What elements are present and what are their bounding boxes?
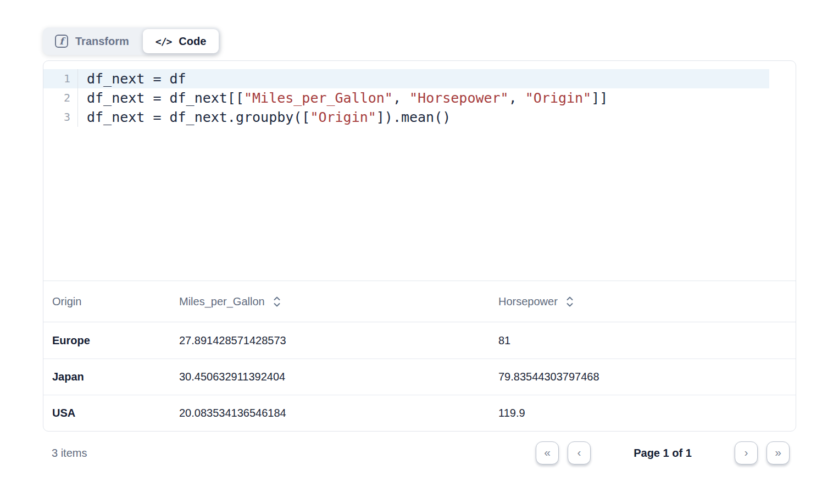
tab-transform-label: Transform bbox=[75, 35, 129, 48]
double-chevron-left-icon: « bbox=[544, 446, 551, 459]
line-number: 1 bbox=[43, 69, 78, 88]
table-row: USA 20.083534136546184 119.9 bbox=[43, 395, 796, 431]
cell-miles-per-gallon: 27.891428571428573 bbox=[170, 334, 490, 347]
code-line-content: df_next = df_next[["Miles_per_Gallon", "… bbox=[78, 88, 608, 108]
cell-horsepower: 79.83544303797468 bbox=[490, 371, 796, 383]
last-page-button[interactable]: » bbox=[767, 441, 790, 464]
code-results-panel: 1 df_next = df 2 df_next = df_next[["Mil… bbox=[43, 60, 796, 432]
result-table: Origin Miles_per_Gallon Horsepower Europ… bbox=[43, 281, 796, 431]
table-footer: 3 items « ‹ Page 1 of 1 › » bbox=[43, 441, 796, 465]
cell-origin: Europe bbox=[43, 334, 170, 347]
tab-code-label: Code bbox=[179, 35, 206, 48]
column-header-origin: Origin bbox=[43, 295, 170, 308]
cell-horsepower: 81 bbox=[490, 334, 796, 347]
function-icon: f bbox=[55, 35, 68, 48]
code-slash-icon: </> bbox=[156, 36, 172, 47]
view-toggle: f Transform </> Code bbox=[43, 27, 220, 55]
table-row: Europe 27.891428571428573 81 bbox=[43, 322, 796, 359]
tab-code[interactable]: </> Code bbox=[143, 29, 219, 53]
code-line[interactable]: 1 df_next = df bbox=[43, 69, 769, 88]
code-editor[interactable]: 1 df_next = df 2 df_next = df_next[["Mil… bbox=[43, 61, 796, 281]
table-header-row: Origin Miles_per_Gallon Horsepower bbox=[43, 281, 796, 322]
previous-page-button[interactable]: ‹ bbox=[568, 441, 591, 464]
cell-origin: Japan bbox=[43, 371, 170, 383]
page-indicator: Page 1 of 1 bbox=[599, 447, 726, 460]
code-line-content: df_next = df_next.groupby(["Origin"]).me… bbox=[78, 108, 451, 127]
sort-icon[interactable] bbox=[566, 295, 574, 308]
table-row: Japan 30.450632911392404 79.835443037974… bbox=[43, 359, 796, 395]
first-page-button[interactable]: « bbox=[536, 441, 559, 464]
cell-origin: USA bbox=[43, 407, 170, 419]
chevron-left-icon: ‹ bbox=[577, 446, 581, 459]
code-line[interactable]: 2 df_next = df_next[["Miles_per_Gallon",… bbox=[43, 88, 769, 108]
code-line[interactable]: 3 df_next = df_next.groupby(["Origin"]).… bbox=[43, 108, 769, 127]
sort-icon[interactable] bbox=[273, 295, 281, 308]
cell-miles-per-gallon: 30.450632911392404 bbox=[170, 371, 490, 383]
next-page-button[interactable]: › bbox=[735, 441, 758, 464]
code-line-content: df_next = df bbox=[78, 69, 186, 88]
tab-transform[interactable]: f Transform bbox=[43, 27, 141, 55]
transform-cell: f Transform </> Code 1 df_next = df 2 df… bbox=[0, 0, 833, 465]
line-number: 2 bbox=[43, 88, 78, 108]
items-count: 3 items bbox=[43, 447, 87, 460]
pagination: « ‹ Page 1 of 1 › » bbox=[536, 441, 790, 464]
cell-miles-per-gallon: 20.083534136546184 bbox=[170, 407, 490, 419]
cell-horsepower: 119.9 bbox=[490, 407, 796, 419]
chevron-right-icon: › bbox=[745, 446, 748, 459]
column-header-horsepower[interactable]: Horsepower bbox=[490, 295, 796, 308]
double-chevron-right-icon: » bbox=[775, 446, 781, 459]
line-number: 3 bbox=[43, 108, 78, 127]
column-header-miles-per-gallon[interactable]: Miles_per_Gallon bbox=[170, 295, 490, 308]
